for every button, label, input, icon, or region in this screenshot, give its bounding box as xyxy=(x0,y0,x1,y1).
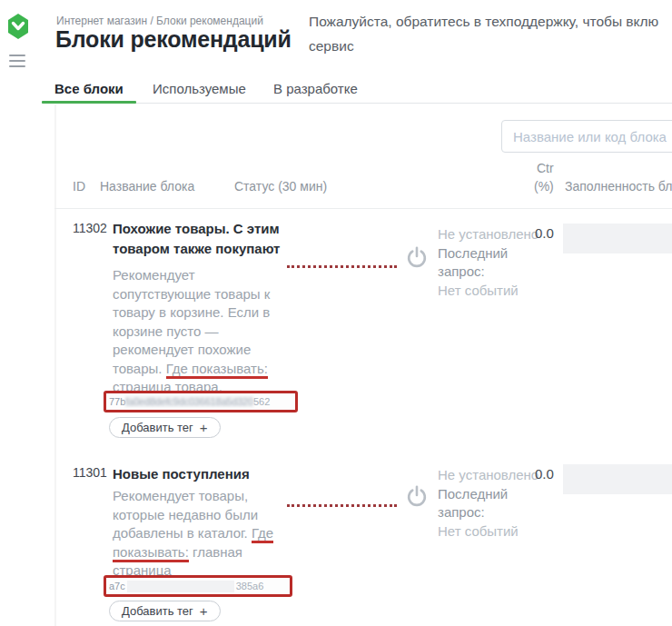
support-notice-line2: сервис xyxy=(309,34,672,58)
table-header-divider xyxy=(54,208,672,209)
code-suffix: 562 xyxy=(253,396,270,407)
description-text: Рекомендует товары, которые недавно были… xyxy=(113,488,258,541)
block-id: 11302 xyxy=(73,221,107,235)
status-not-set: Не установлено xyxy=(438,466,534,485)
tabs-divider xyxy=(42,103,672,104)
block-description: Рекомендует товары, которые недавно были… xyxy=(113,487,280,581)
block-title: Новые поступления xyxy=(113,464,283,484)
block-code-red-box-annotation: a7c385a6 xyxy=(104,575,292,597)
code-suffix: 385a6 xyxy=(236,581,264,591)
red-dotted-line-annotation xyxy=(287,265,397,268)
power-toggle-icon[interactable] xyxy=(405,246,429,272)
add-tag-button[interactable]: Добавить тег + xyxy=(109,601,221,621)
block-code-red-box-annotation: 77bfa0ed8defc9dc036618a5d320562 xyxy=(104,391,298,412)
code-prefix: a7c xyxy=(109,581,125,591)
column-header-status: Статус (30 мин) xyxy=(234,179,327,194)
description-text: Рекомендует сопутствующие товары к товар… xyxy=(113,267,270,376)
code-redacted-blur: fa0ed8defc9dc036618a5d320 xyxy=(125,396,253,407)
code-redacted-blank xyxy=(127,581,234,592)
add-tag-button[interactable]: Добавить тег + xyxy=(109,417,221,438)
status-not-set: Не установлено xyxy=(438,225,534,244)
column-header-ctr-line1: Ctr xyxy=(537,161,554,175)
ctr-value: 0.0 xyxy=(535,225,554,241)
tab-used[interactable]: Используемые xyxy=(153,81,246,96)
column-header-id: ID xyxy=(73,179,85,194)
column-header-ctr-line2: (%) xyxy=(534,179,554,194)
plus-icon: + xyxy=(200,420,208,435)
status-no-events: Нет событий xyxy=(438,282,534,301)
support-notice: Пожалуйста, обратитесь в техподдержку, ч… xyxy=(309,9,672,64)
column-header-name: Название блока xyxy=(100,179,194,194)
status-cell: Не установлено Последний запрос: Нет соб… xyxy=(438,466,534,541)
fill-skeleton-bar xyxy=(563,224,672,253)
code-prefix: 77b xyxy=(109,396,125,407)
menu-hamburger-icon[interactable] xyxy=(9,55,25,68)
power-toggle-icon[interactable] xyxy=(405,485,429,511)
block-id: 11301 xyxy=(73,465,107,480)
search-input[interactable] xyxy=(501,120,672,153)
status-no-events: Нет событий xyxy=(438,522,534,542)
add-tag-label: Добавить тег xyxy=(122,604,193,618)
content-card-edge xyxy=(54,104,56,626)
tab-in-development[interactable]: В разработке xyxy=(273,81,358,96)
plus-icon: + xyxy=(200,603,208,619)
status-last-request-line1: Последний xyxy=(438,244,534,263)
add-tag-label: Добавить тег xyxy=(122,421,193,434)
status-cell: Не установлено Последний запрос: Нет соб… xyxy=(438,225,534,300)
description-red-underline-annotation: Где показывать: xyxy=(166,361,268,379)
ctr-value: 0.0 xyxy=(535,466,554,482)
red-dotted-line-annotation xyxy=(287,504,397,507)
app-window: Интернет магазин / Блоки рекомендаций Бл… xyxy=(0,0,672,626)
column-header-fill: Заполненность бло xyxy=(565,179,672,194)
support-notice-line1: Пожалуйста, обратитесь в техподдержку, ч… xyxy=(309,9,672,34)
breadcrumb[interactable]: Интернет магазин / Блоки рекомендаций xyxy=(56,15,263,27)
app-logo-shield-icon[interactable] xyxy=(7,14,29,39)
status-last-request-line1: Последний xyxy=(438,485,534,504)
block-description: Рекомендует сопутствующие товары к товар… xyxy=(113,266,280,397)
status-last-request-line2: запрос: xyxy=(438,503,534,522)
tab-all-blocks[interactable]: Все блоки xyxy=(54,81,124,96)
fill-skeleton-bar xyxy=(563,464,672,494)
status-last-request-line2: запрос: xyxy=(438,263,534,282)
active-tab-underline xyxy=(42,101,136,104)
block-title: Похожие товары. С этим товаром также пок… xyxy=(113,219,283,259)
page-title: Блоки рекомендаций xyxy=(55,26,292,53)
